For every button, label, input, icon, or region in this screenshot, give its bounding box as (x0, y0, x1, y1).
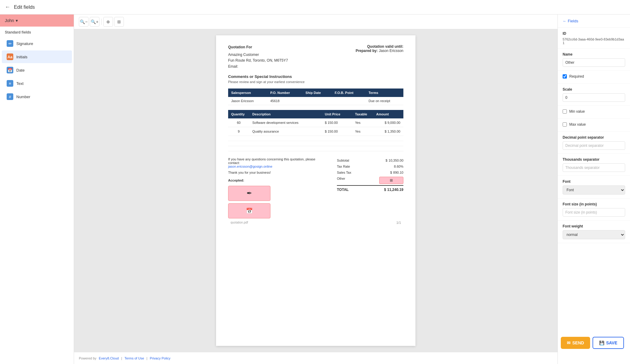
panel-id-section: ID 5762cc6d-3aaa-460d-9ee0-83eb9b1d3aa1 (558, 28, 630, 49)
other-label: Other (337, 177, 345, 184)
quotation-for-label: Quotation For (228, 44, 288, 50)
thank-you-text: Thank you for your business! (228, 171, 328, 174)
min-value-checkbox[interactable] (563, 109, 567, 114)
user-name-label: John (5, 18, 14, 23)
name-input[interactable] (563, 58, 625, 67)
subtotal-value: $ 10,350.00 (386, 159, 403, 162)
info-header-salesperson: Salesperson (228, 89, 267, 97)
powered-by-text: Powered by (79, 356, 96, 360)
zoom-out-button[interactable]: 🔍− (79, 17, 89, 27)
initials-icon: Aa (7, 53, 13, 60)
add-more-button[interactable]: ⊞ (114, 17, 124, 27)
fob-cell (332, 97, 366, 105)
sales-tax-row: Sales Tax $ 890.10 (337, 169, 403, 176)
tax-rate-row: Tax Rate 8.60% (337, 163, 403, 169)
send-icon: ✉ (567, 340, 570, 345)
tax-rate-value: 8.60% (394, 165, 403, 168)
address-line1: Fun Route Rd, Toronto, ON, M6T5Y7 (228, 58, 288, 63)
price-cell: $ 150.00 (322, 127, 352, 136)
sidebar: John ▾ Standard fields ✏ Signature Aa In… (0, 14, 74, 364)
signature-pen-icon: ✒ (247, 189, 252, 197)
panel-back-button[interactable]: ← Fields (563, 19, 578, 23)
sidebar-item-date[interactable]: 📅 Date (2, 64, 72, 76)
panel-required-section: Required (558, 71, 630, 84)
center-content: 🔍− 🔍+ ⊕ ⊞ Quotation For Amazing Customer… (74, 14, 557, 364)
other-field-icon: ⊞ (390, 178, 393, 182)
document-area: Quotation For Amazing Customer Fun Route… (74, 29, 557, 352)
items-header-desc: Description (249, 110, 322, 118)
user-dropdown-button[interactable]: John ▾ (0, 14, 74, 27)
signature-icon: ✏ (7, 40, 13, 47)
user-chevron-icon: ▾ (16, 18, 18, 23)
document-toolbar: 🔍− 🔍+ ⊕ ⊞ (74, 14, 557, 29)
back-button[interactable]: ← (5, 4, 10, 10)
scale-input[interactable] (563, 93, 625, 102)
doc-bottom: If you have any questions concerning thi… (228, 157, 403, 218)
save-label: SAVE (606, 340, 617, 345)
save-button[interactable]: 💾 SAVE (593, 337, 624, 349)
name-label: Name (563, 52, 625, 56)
font-label: Font (563, 179, 625, 184)
sidebar-date-label: Date (16, 68, 24, 72)
total-value: $ 11,240.19 (384, 188, 403, 192)
subtotal-row: Subtotal $ 10,350.00 (337, 157, 403, 163)
thousands-separator-input[interactable] (563, 163, 625, 172)
send-button[interactable]: ✉ SEND (561, 337, 590, 349)
signature-box[interactable]: ✒ (228, 186, 270, 201)
totals-area: Subtotal $ 10,350.00 Tax Rate 8.60% (337, 157, 403, 218)
sidebar-item-initials[interactable]: Aa Initials (2, 50, 72, 63)
panel-decimal-section: Decimal point separator (558, 132, 630, 154)
items-header-amount: Amount (373, 110, 403, 118)
right-panel: ← Fields ID 5762cc6d-3aaa-460d-9ee0-83eb… (557, 14, 630, 364)
customer-name: Amazing Customer (228, 52, 288, 58)
id-label: ID (563, 31, 625, 36)
font-weight-select[interactable]: normal bold lighter bolder (563, 230, 625, 239)
sidebar-text-label: Text (16, 81, 24, 86)
ship-date-cell (302, 97, 332, 105)
add-field-button[interactable]: ⊕ (103, 17, 113, 27)
panel-min-section: Min value (558, 106, 630, 119)
desc-cell: Quality assurance (249, 127, 322, 136)
toolbar-separator (101, 19, 102, 25)
panel-header: ← Fields (558, 14, 630, 28)
font-select[interactable]: Font Arial Times New Roman Helvetica (563, 185, 625, 195)
font-size-input[interactable] (563, 208, 625, 217)
sidebar-item-text[interactable]: ≡ Text (2, 77, 72, 90)
items-header-qty: Quantity (228, 110, 249, 118)
panel-font-section: Font Font Arial Times New Roman Helvetic… (558, 176, 630, 198)
privacy-link[interactable]: Privacy Policy (150, 356, 170, 360)
terms-link[interactable]: Terms of Use (124, 356, 144, 360)
max-value-checkbox[interactable] (563, 122, 567, 127)
panel-back-arrow: ← (563, 19, 567, 23)
decimal-separator-input[interactable] (563, 141, 625, 150)
max-value-label: Max value (569, 122, 586, 127)
doc-address: Quotation For Amazing Customer Fun Route… (228, 44, 288, 69)
min-value-label: Min value (569, 109, 585, 114)
max-checkbox-row: Max value (563, 122, 625, 127)
sales-tax-label: Sales Tax (337, 171, 351, 174)
total-label: TOTAL (337, 188, 349, 192)
panel-back-label: Fields (568, 19, 578, 23)
contact-email[interactable]: jason.ericsson@gosign.online (228, 165, 272, 168)
total-row: TOTAL $ 11,240.19 (337, 185, 403, 193)
zoom-in-button[interactable]: 🔍+ (90, 17, 99, 27)
panel-name-section: Name (558, 49, 630, 71)
sidebar-number-label: Number (16, 95, 30, 99)
other-row: Other ⊞ (337, 176, 403, 185)
date-box[interactable]: 📅 (228, 203, 270, 218)
id-value: 5762cc6d-3aaa-460d-9ee0-83eb9b1d3aa1 (563, 37, 625, 45)
separator1: | (121, 356, 122, 360)
panel-thousands-section: Thousands separator (558, 154, 630, 176)
items-header-price: Unit Price (322, 110, 352, 118)
brand-link[interactable]: Every8.Cloud (99, 356, 119, 360)
sidebar-item-number[interactable]: # Number (2, 90, 72, 103)
doc-right-header: Quotation valid until: Prepared by: Jaso… (356, 44, 403, 69)
valid-until-label: Quotation valid until: (356, 44, 403, 49)
other-field-box[interactable]: ⊞ (379, 177, 403, 184)
desc-cell: Software development services (249, 118, 322, 127)
required-checkbox[interactable] (563, 74, 567, 79)
accepted-label: Accepted: (228, 179, 328, 182)
comments-title: Comments or Special Instructions (228, 74, 403, 79)
sidebar-signature-label: Signature (16, 41, 33, 46)
sidebar-item-signature[interactable]: ✏ Signature (2, 37, 72, 50)
